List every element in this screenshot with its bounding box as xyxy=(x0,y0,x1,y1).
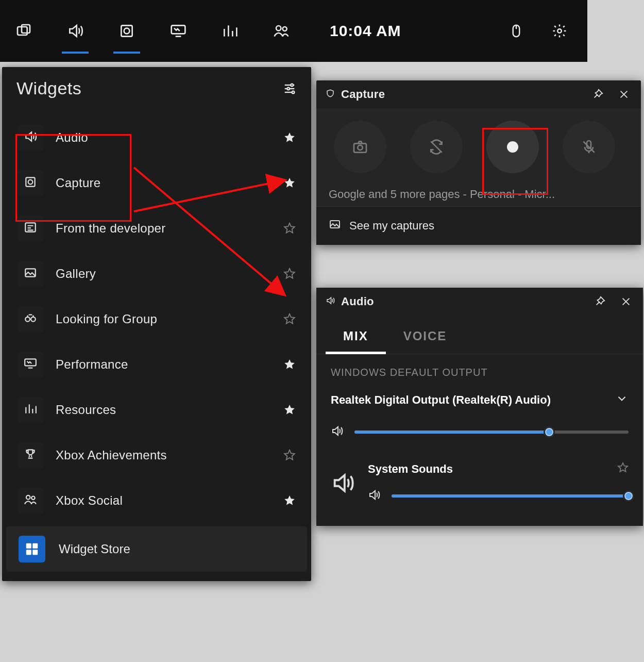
audio-section-label: WINDOWS DEFAULT OUTPUT xyxy=(331,367,629,378)
gallery-icon xyxy=(24,266,37,282)
favorite-star[interactable] xyxy=(283,268,296,280)
widget-item-performance[interactable]: Performance xyxy=(2,342,311,387)
widget-item-audio[interactable]: Audio xyxy=(2,115,311,160)
trophy-icon xyxy=(24,448,37,463)
favorite-star[interactable] xyxy=(283,358,296,371)
app-name-label: System Sounds xyxy=(368,462,453,476)
resources-icon xyxy=(24,402,37,418)
widget-item-label: Performance xyxy=(56,357,128,372)
app-speaker-icon xyxy=(331,462,354,497)
tab-mix[interactable]: MIX xyxy=(341,321,370,354)
widget-item-looking-for-group[interactable]: Looking for Group xyxy=(2,296,311,342)
favorite-star[interactable] xyxy=(283,222,296,235)
svg-rect-20 xyxy=(32,543,38,549)
master-volume-slider[interactable] xyxy=(354,431,629,434)
people-icon xyxy=(24,493,37,508)
speaker-icon xyxy=(326,295,335,308)
pin-button[interactable] xyxy=(590,292,610,311)
output-device-dropdown[interactable]: Realtek Digital Output (Realtek(R) Audio… xyxy=(331,392,629,408)
widgets-panel-title: Widgets xyxy=(16,78,81,98)
see-my-captures-label: See my captures xyxy=(349,219,434,233)
widget-item-resources[interactable]: Resources xyxy=(2,387,311,433)
output-device-name: Realtek Digital Output (Realtek(R) Audio… xyxy=(331,393,551,407)
performance-icon xyxy=(24,357,37,372)
pin-button[interactable] xyxy=(588,85,608,104)
see-my-captures-button[interactable]: See my captures xyxy=(316,206,641,245)
chevron-down-icon xyxy=(615,392,629,408)
xbox-gamebar-toolbar: 10:04 AM xyxy=(0,0,587,62)
speaker-icon xyxy=(331,425,343,439)
capture-widget-button[interactable] xyxy=(113,18,140,44)
widget-item-label: Xbox Achievements xyxy=(56,448,167,462)
gallery-icon xyxy=(329,218,341,234)
app-volume-slider[interactable] xyxy=(392,494,629,498)
favorite-star[interactable] xyxy=(283,131,296,144)
widgets-filter-button[interactable] xyxy=(282,81,297,96)
favorite-star[interactable] xyxy=(283,449,296,461)
capture-panel-title: Capture xyxy=(341,88,385,101)
resources-widget-button[interactable] xyxy=(216,18,243,44)
widget-item-xbox-achievements[interactable]: Xbox Achievements xyxy=(2,433,311,478)
tab-voice[interactable]: VOICE xyxy=(401,321,449,354)
record-dot-icon xyxy=(507,141,518,153)
store-icon xyxy=(19,536,45,562)
binocular-icon xyxy=(24,311,37,327)
svg-rect-19 xyxy=(26,543,31,549)
svg-rect-21 xyxy=(26,550,31,555)
widget-store-button[interactable]: Widget Store xyxy=(6,526,307,572)
clock-readout: 10:04 AM xyxy=(330,22,401,40)
widget-item-from-the-developer[interactable]: From the developer xyxy=(2,206,311,251)
audio-panel-title: Audio xyxy=(341,295,374,308)
widget-item-label: Looking for Group xyxy=(56,312,157,326)
speaker-icon xyxy=(368,489,380,503)
settings-button[interactable] xyxy=(546,18,573,44)
mouse-indicator-icon xyxy=(503,18,530,44)
widget-item-xbox-social[interactable]: Xbox Social xyxy=(2,478,311,523)
audio-panel: Audio MIX VOICE WINDOWS DEFAULT OUTPUT R… xyxy=(316,288,643,526)
widget-item-label: Resources xyxy=(56,403,116,417)
close-button[interactable] xyxy=(616,292,636,311)
favorite-star[interactable] xyxy=(283,177,296,189)
speaker-icon xyxy=(24,130,37,145)
widget-store-label: Widget Store xyxy=(59,542,130,556)
capture-panel: Capture Google and 5 more pages - Person… xyxy=(316,80,641,245)
widget-item-capture[interactable]: Capture xyxy=(2,160,311,206)
close-button[interactable] xyxy=(614,85,634,104)
start-recording-button[interactable] xyxy=(486,121,539,173)
favorite-star[interactable] xyxy=(617,462,629,476)
screenshot-button[interactable] xyxy=(334,121,386,173)
favorite-star[interactable] xyxy=(283,494,296,507)
favorite-star[interactable] xyxy=(283,404,296,416)
performance-widget-button[interactable] xyxy=(165,18,192,44)
widget-item-label: From the developer xyxy=(56,221,166,236)
favorite-star[interactable] xyxy=(283,313,296,325)
widget-item-label: Gallery xyxy=(56,267,96,281)
widget-item-label: Xbox Social xyxy=(56,493,123,508)
svg-rect-22 xyxy=(32,550,38,555)
capture-target-caption: Google and 5 more pages - Personal - Mic… xyxy=(329,188,629,201)
widget-item-label: Capture xyxy=(56,176,100,190)
widget-item-label: Audio xyxy=(56,130,88,145)
widgets-menu-button[interactable] xyxy=(10,18,37,44)
capture-icon xyxy=(24,175,37,191)
audio-widget-button[interactable] xyxy=(62,18,89,44)
widgets-list: Audio Capture From the developer Gallery… xyxy=(2,115,311,523)
widgets-panel: Widgets Audio Capture From the developer… xyxy=(2,67,311,581)
shield-icon xyxy=(326,88,335,101)
news-icon xyxy=(24,221,37,236)
mic-toggle-button[interactable] xyxy=(563,121,615,173)
social-widget-button[interactable] xyxy=(268,18,295,44)
record-last-button[interactable] xyxy=(410,121,463,173)
widget-item-gallery[interactable]: Gallery xyxy=(2,251,311,296)
